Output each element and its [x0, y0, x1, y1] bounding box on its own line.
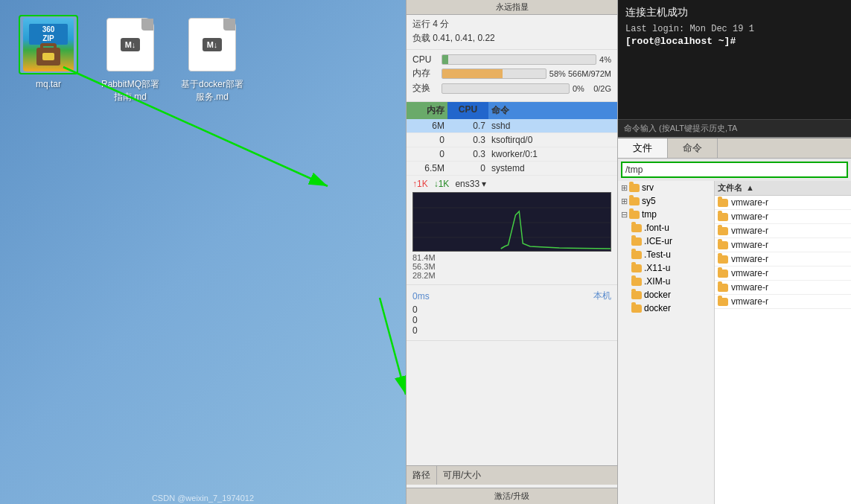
- right-panel: 连接主机成功 Last login: Mon Dec 19 1 [root@lo…: [618, 0, 851, 504]
- list-folder-icon-7: [718, 298, 728, 306]
- proc-mem-2: 0: [407, 147, 447, 161]
- tab-files[interactable]: 文件: [618, 138, 668, 158]
- list-item-4[interactable]: vmware-r: [715, 252, 851, 267]
- tree-item-3[interactable]: .font-u: [618, 221, 714, 235]
- proc-cmd-0: sshd: [488, 119, 617, 133]
- path-size-bar: 路径 可用/大小: [407, 465, 617, 485]
- tree-prefix-1: ⊞: [621, 197, 628, 206]
- path-input-area: [618, 159, 851, 181]
- tree-label-9: docker: [644, 303, 671, 313]
- list-item-name-3: vmware-r: [731, 240, 848, 250]
- folder-icon-7: [631, 278, 642, 286]
- file-icon-rabbitmq-md[interactable]: M↓ RabbitMQ部署指南.md: [97, 15, 164, 103]
- file-icon-mq-tar[interactable]: 360ZIP mq.tar: [15, 15, 82, 91]
- net-iface: ens33 ▾: [455, 179, 486, 189]
- md-file-icon-2: M↓: [188, 18, 236, 71]
- tree-item-2[interactable]: ⊟ tmp: [618, 208, 714, 221]
- tree-label-2: tmp: [642, 209, 657, 220]
- cpu-label: CPU: [412, 54, 439, 65]
- file-browser-tabs: 文件 命令: [618, 138, 851, 159]
- file-browser: 文件 命令 ⊞ srv ⊞ sy5 ⊟ tmp .font-u .: [618, 137, 851, 504]
- tab-commands[interactable]: 命令: [668, 138, 718, 158]
- monitor-panel: 永远指显 运行 4 分 负载 0.41, 0.41, 0.22 CPU 4% 内…: [406, 0, 618, 504]
- md-badge-1: M↓: [121, 38, 141, 51]
- list-item-2[interactable]: vmware-r: [715, 224, 851, 238]
- fb-list-header: 文件名 ▲: [715, 181, 851, 196]
- tree-item-6[interactable]: .X11-u: [618, 261, 714, 275]
- net-down: ↓1K: [434, 179, 450, 189]
- connection-section: 0ms 本机 0 0 0: [407, 285, 617, 341]
- watermark: CSDN @weixin_7_1974012: [152, 494, 254, 503]
- tree-label-7: .XIM-u: [644, 276, 670, 287]
- cpu-value: 4%: [599, 55, 611, 64]
- tree-item-5[interactable]: .Test-u: [618, 248, 714, 261]
- tree-item-9[interactable]: docker: [618, 302, 714, 315]
- process-row-1[interactable]: 0 0.3 ksoftirqd/0: [407, 133, 617, 147]
- file-label-rabbitmq-md: RabbitMQ部署指南.md: [97, 78, 164, 103]
- monitor-top-bar: 永远指显: [407, 0, 617, 15]
- proc-mem-3: 6.5M: [407, 162, 447, 175]
- header-mem: 内存: [407, 102, 447, 119]
- tree-item-8[interactable]: docker: [618, 288, 714, 302]
- terminal-cmd-placeholder: 命令输入 (按ALT键提示历史,TA: [624, 124, 737, 133]
- folder-icon-1: [629, 197, 640, 205]
- tree-item-0[interactable]: ⊞ srv: [618, 181, 714, 194]
- list-item-1[interactable]: vmware-r: [715, 210, 851, 224]
- folder-icon-5: [631, 251, 642, 259]
- process-row-3[interactable]: 6.5M 0 systemd: [407, 162, 617, 176]
- monitor-top-text: 永远指显: [496, 1, 529, 13]
- tree-item-4[interactable]: .ICE-ur: [618, 235, 714, 248]
- folder-icon-3: [631, 224, 642, 232]
- cpu-fill: [442, 55, 448, 64]
- cpu-section: CPU 4% 内存 58% 566M/972M 交换 0% 0/2G: [407, 50, 617, 102]
- swap-progress-bar: [442, 83, 570, 94]
- md-badge-2: M↓: [203, 38, 223, 51]
- tree-label-5: .Test-u: [644, 249, 671, 260]
- sort-arrow-icon: ▲: [746, 183, 754, 192]
- memory-progress-bar: [442, 68, 546, 79]
- net-val-1: 81.4M: [412, 253, 611, 262]
- list-item-6[interactable]: vmware-r: [715, 281, 851, 295]
- list-item-0[interactable]: vmware-r: [715, 196, 851, 210]
- tree-item-1[interactable]: ⊞ sy5: [618, 194, 714, 208]
- tree-prefix-2: ⊟: [621, 210, 628, 220]
- svg-rect-4: [413, 193, 611, 252]
- folder-icon-0: [629, 184, 640, 192]
- terminal-cmd-bar[interactable]: 命令输入 (按ALT键提示历史,TA: [618, 119, 851, 137]
- net-chart: [412, 192, 611, 252]
- process-row-0[interactable]: 6M 0.7 sshd: [407, 119, 617, 133]
- list-folder-icon-5: [718, 269, 728, 278]
- net-val-3: 28.2M: [412, 271, 611, 280]
- activate-bar[interactable]: 激活/升级: [407, 488, 617, 504]
- folder-icon-8: [631, 291, 642, 299]
- process-row-2[interactable]: 0 0.3 kworker/0:1: [407, 147, 617, 162]
- net-up: ↑1K: [412, 179, 428, 189]
- proc-cpu-1: 0.3: [447, 133, 488, 147]
- list-item-3[interactable]: vmware-r: [715, 238, 851, 252]
- list-item-7[interactable]: vmware-r: [715, 295, 851, 309]
- tree-label-1: sy5: [642, 196, 656, 206]
- proc-cmd-2: kworker/0:1: [488, 147, 617, 161]
- conn-type: 本机: [593, 290, 611, 302]
- fb-list-right: 文件名 ▲ vmware-r vmware-r vmware-r vmware-…: [715, 181, 851, 504]
- tree-item-7[interactable]: .XIM-u: [618, 275, 714, 288]
- tree-prefix-0: ⊞: [621, 183, 628, 193]
- conn-counters: 0 0 0: [412, 304, 611, 336]
- process-header: 内存 CPU 命令: [407, 102, 617, 119]
- list-item-5[interactable]: vmware-r: [715, 267, 851, 281]
- cpu-progress-bar: [442, 54, 596, 65]
- file-icon-docker-md[interactable]: M↓ 基于docker部署服务.md: [179, 15, 246, 103]
- terminal-area: 连接主机成功 Last login: Mon Dec 19 1 [root@lo…: [618, 0, 851, 119]
- folder-icon-9: [631, 304, 642, 313]
- memory-value: 58% 566M/972M: [549, 69, 611, 78]
- tree-label-3: .font-u: [644, 223, 669, 233]
- path-bar-label: 路径: [407, 466, 437, 485]
- list-items-container: vmware-r vmware-r vmware-r vmware-r vmwa…: [715, 196, 851, 309]
- svg-line-3: [380, 298, 406, 395]
- load-info: 负载 0.41, 0.41, 0.22: [412, 32, 611, 45]
- proc-mem-1: 0: [407, 133, 447, 147]
- swap-label: 交换: [412, 82, 439, 95]
- tree-label-6: .X11-u: [644, 263, 670, 273]
- path-input[interactable]: [621, 162, 848, 178]
- fb-tree-area: ⊞ srv ⊞ sy5 ⊟ tmp .font-u .ICE-ur .Test-…: [618, 181, 851, 504]
